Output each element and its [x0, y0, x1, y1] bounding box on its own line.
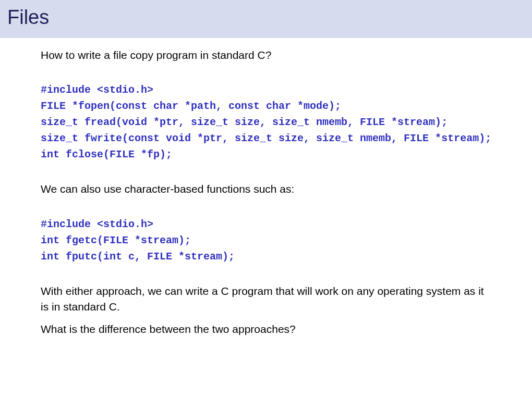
slide-title: Files [7, 6, 525, 29]
paragraph-1: With either approach, we can write a C p… [41, 283, 491, 315]
slide-title-bar: Files [0, 0, 532, 38]
middle-text: We can also use character-based function… [41, 181, 491, 197]
code-block-2: #include <stdio.h> int fgetc(FILE *strea… [41, 216, 491, 265]
code-line: int fgetc(FILE *stream); [41, 234, 191, 246]
intro-text: How to write a file copy program in stan… [41, 47, 491, 63]
code-line: #include <stdio.h> [41, 218, 153, 230]
code-line: size_t fread(void *ptr, size_t size, siz… [41, 116, 448, 128]
code-line: size_t fwrite(const void *ptr, size_t si… [41, 132, 491, 144]
code-line: int fclose(FILE *fp); [41, 148, 172, 160]
paragraph-2: What is the difference between the two a… [41, 321, 491, 337]
code-block-1: #include <stdio.h> FILE *fopen(const cha… [41, 82, 491, 163]
code-line: #include <stdio.h> [41, 84, 153, 96]
code-line: FILE *fopen(const char *path, const char… [41, 100, 341, 112]
slide-content: How to write a file copy program in stan… [0, 38, 532, 337]
code-line: int fputc(int c, FILE *stream); [41, 251, 235, 263]
